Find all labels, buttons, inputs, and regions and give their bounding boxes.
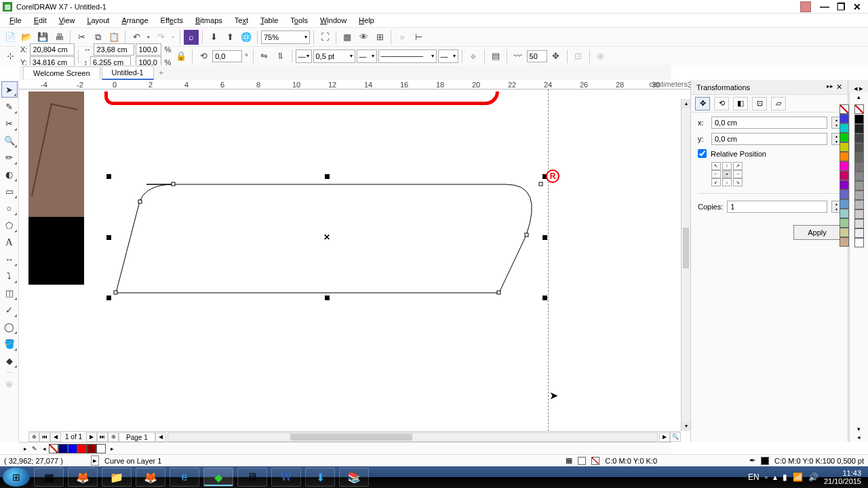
redo-button[interactable]: ↷	[153, 30, 168, 45]
docker-x-input[interactable]	[711, 117, 827, 129]
transform-skew-button[interactable]: ▱	[771, 97, 786, 110]
menu-file[interactable]: File	[4, 15, 27, 26]
zoom-tool[interactable]: 🔍◢	[1, 132, 18, 148]
scroll-down-button[interactable]: ▾	[682, 422, 690, 431]
swatch[interactable]	[854, 181, 864, 190]
swatch[interactable]	[854, 124, 864, 134]
palette-up-button[interactable]: ▴	[857, 94, 861, 102]
taskbar-firefox[interactable]: 🦊	[136, 468, 165, 487]
copy-button[interactable]: ⧉	[90, 30, 105, 45]
publish-button[interactable]: 🌐	[239, 30, 254, 45]
menu-bitmaps[interactable]: Bitmaps	[190, 15, 228, 26]
proof-icon[interactable]: ▦	[566, 456, 572, 465]
doc-pal-menu[interactable]: ▸	[20, 444, 30, 453]
scrollbar-horizontal[interactable]	[167, 432, 658, 442]
save-button[interactable]: 💾	[35, 30, 50, 45]
doc-pal-right[interactable]: ▸	[107, 444, 117, 453]
docker-y-input[interactable]	[711, 133, 827, 145]
hscroll-left-button[interactable]: ◀	[155, 432, 166, 442]
text-tool[interactable]: A	[1, 234, 18, 250]
quick-swatch[interactable]	[77, 444, 87, 453]
add-button[interactable]: ⊕	[593, 49, 608, 64]
tab-welcome[interactable]: Welcome Screen	[23, 66, 100, 79]
user-badge-icon[interactable]	[800, 1, 811, 12]
taskbar-coreldraw[interactable]: ◆	[203, 468, 233, 487]
quick-swatch[interactable]	[58, 444, 68, 453]
next-page-button[interactable]: ▶	[86, 432, 97, 442]
mirror-v-button[interactable]: ⥮	[273, 49, 288, 64]
taskbar-monitor[interactable]: 🖥	[237, 468, 267, 487]
new-tab-button[interactable]: +	[155, 67, 167, 78]
quick-customize[interactable]: ⊕	[1, 375, 18, 392]
swatch[interactable]	[854, 238, 864, 247]
docker-collapse-button[interactable]: ▸▸	[827, 83, 833, 92]
bitmap-image[interactable]	[28, 92, 84, 285]
menu-help[interactable]: Help	[353, 15, 380, 26]
outline-pen-icon[interactable]: ✒	[749, 456, 755, 465]
swatch[interactable]	[854, 190, 864, 200]
maximize-button[interactable]: ❐	[833, 1, 849, 12]
minimize-button[interactable]: —	[816, 1, 833, 12]
print-button[interactable]: 🖶	[52, 30, 66, 45]
crop-tool[interactable]: ✂◢	[1, 115, 18, 131]
quick-swatch[interactable]	[68, 444, 77, 453]
width-input[interactable]	[94, 43, 134, 56]
polygon-tool[interactable]: ⬠◢	[1, 217, 18, 233]
scale-x-input[interactable]	[136, 43, 161, 56]
canvas[interactable]: ✕ R ➤	[28, 89, 681, 431]
swatch[interactable]	[854, 200, 864, 209]
scrollbar-vertical[interactable]: ▴ ▾	[681, 99, 690, 431]
tray-signal-icon[interactable]: 📶	[793, 472, 803, 482]
tray-network-icon[interactable]: ▮	[783, 472, 787, 482]
eyedropper-tool[interactable]: ✓◢	[1, 302, 18, 318]
cut-button[interactable]: ✂	[74, 30, 89, 45]
swatch[interactable]	[840, 190, 849, 199]
copies-input[interactable]	[727, 201, 827, 213]
dimension-tool[interactable]: ↔◢	[1, 251, 18, 267]
prev-page-button[interactable]: ◀	[50, 432, 61, 442]
mirror-h-button[interactable]: ⇋	[257, 49, 272, 64]
val50-input[interactable]	[527, 50, 547, 62]
swatch[interactable]	[854, 143, 864, 152]
quick-swatch[interactable]	[96, 444, 106, 453]
swatch[interactable]	[854, 228, 864, 238]
swatch[interactable]	[840, 123, 849, 133]
transform-rotate-button[interactable]: ⟲	[714, 97, 729, 110]
start-button[interactable]: ⊞	[3, 468, 30, 487]
swatch[interactable]	[854, 209, 864, 219]
bounding-button[interactable]: ⊡	[571, 49, 586, 64]
swatch[interactable]	[840, 171, 849, 180]
lock-ratio-button[interactable]: 🔒	[174, 49, 189, 64]
palette-down-button[interactable]: ▾	[857, 426, 861, 434]
doc-pal-eyedrop[interactable]: ✎	[30, 444, 39, 453]
smart-fill-tool[interactable]: ◐◢	[1, 166, 18, 182]
menu-arrange[interactable]: Arrange	[116, 15, 153, 26]
anchor-grid[interactable]: ↖↑↗ ←•→ ↙↓↘	[711, 162, 841, 186]
tray-flag-icon[interactable]: ▫	[765, 472, 768, 482]
relative-position-checkbox[interactable]	[698, 149, 707, 158]
doc-pal-left[interactable]: ◂	[39, 444, 49, 453]
menu-window[interactable]: Window	[315, 15, 352, 26]
swatch[interactable]	[840, 209, 849, 218]
import-button[interactable]: ⬇	[206, 30, 221, 45]
swatch[interactable]	[840, 161, 849, 171]
hscroll-right-button[interactable]: ▶	[659, 432, 670, 442]
zoom-combo[interactable]: 75%▾	[261, 30, 310, 44]
quick-swatch[interactable]	[87, 444, 96, 453]
export-button[interactable]: ⬆	[222, 30, 237, 45]
paste-button[interactable]: 📋	[106, 30, 121, 45]
swatch[interactable]	[840, 133, 849, 142]
taskbar-explorer[interactable]: 📁	[102, 468, 132, 487]
new-button[interactable]: 📄	[3, 30, 18, 45]
scroll-up-button[interactable]: ▴	[682, 99, 690, 108]
line-style-combo[interactable]: —▾	[357, 49, 377, 63]
search-button[interactable]: ⌕	[184, 30, 199, 45]
undo-drop[interactable]: ▾	[145, 30, 152, 45]
swatch[interactable]	[854, 219, 864, 228]
fullscreen-button[interactable]: ⛶	[317, 30, 332, 45]
preview-button[interactable]: 👁	[356, 30, 371, 45]
rotation-input[interactable]	[212, 50, 242, 62]
fill-swatch2[interactable]	[591, 457, 599, 465]
fill-tool[interactable]: 🪣◢	[1, 336, 18, 352]
taskbar-apps[interactable]: ▦	[34, 468, 64, 487]
